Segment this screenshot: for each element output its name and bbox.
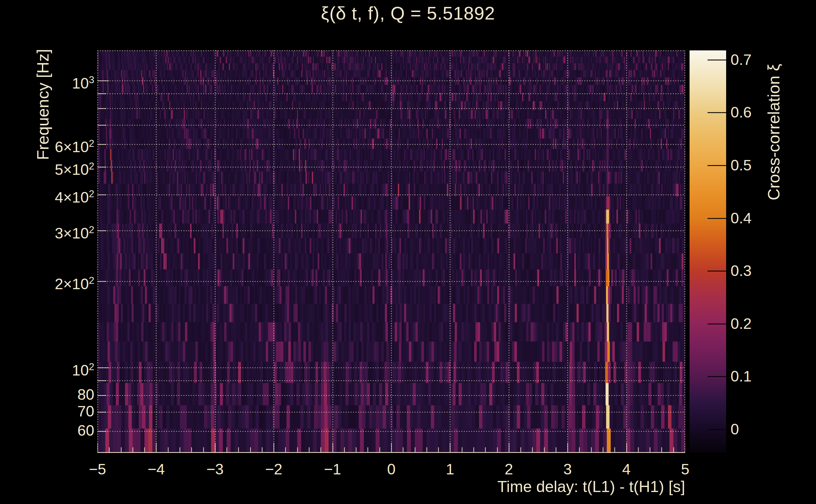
y-tick-label: 4×102 [9,186,94,205]
x-axis-title: Time delay: t(L1) - t(H1) [s] [370,478,685,496]
x-tick-label: −5 [72,462,123,477]
colorbar-tick-mark [708,376,726,377]
colorbar-tick-label: 0.5 [731,158,752,173]
colorbar-tick-label: 0.7 [731,52,752,67]
x-tick-label: 0 [366,462,417,477]
colorbar-tick-mark [708,271,726,272]
colorbar-tick-label: 0 [731,422,739,437]
colorbar-tick-mark [708,165,726,166]
colorbar [690,50,726,453]
colorbar-tick-label: 0.2 [731,316,752,331]
y-tick-label: 60 [9,423,94,438]
x-tick-label: 1 [425,462,475,477]
y-tick-label: 103 [9,72,94,91]
heatmap-plot-area [97,50,685,453]
x-tick-label: 5 [660,462,710,477]
y-tick-label: 102 [9,359,94,378]
y-tick-label: 5×102 [9,159,94,177]
x-tick-label: 4 [601,462,652,477]
colorbar-tick-label: 0.6 [731,105,752,120]
x-tick-label: −3 [190,462,240,477]
y-tick-label: 3×102 [9,222,94,241]
x-tick-label: −1 [308,462,358,477]
colorbar-tick-mark [708,218,726,219]
page-title: ξ(δ t, f), Q = 5.51892 [0,3,816,24]
colorbar-tick-mark [708,112,726,113]
colorbar-title: Cross-correlation ξ [764,64,783,200]
y-tick-label: 80 [9,387,94,402]
y-tick-label: 70 [9,404,94,419]
colorbar-tick-mark [708,60,726,60]
colorbar-tick-label: 0.4 [731,211,752,226]
y-tick-label: 2×102 [9,273,94,292]
colorbar-tick-mark [708,429,726,430]
x-tick-label: 3 [542,462,593,477]
x-tick-label: 2 [484,462,534,477]
colorbar-tick-mark [708,324,726,324]
root-canvas: ξ(δ t, f), Q = 5.51892 Frequency [Hz] Ti… [0,0,816,504]
colorbar-tick-label: 0.3 [731,263,752,278]
y-tick-label: 6×102 [9,136,94,155]
x-tick-label: −2 [249,462,299,477]
colorbar-tick-label: 0.1 [731,369,752,384]
x-tick-label: −4 [131,462,181,477]
